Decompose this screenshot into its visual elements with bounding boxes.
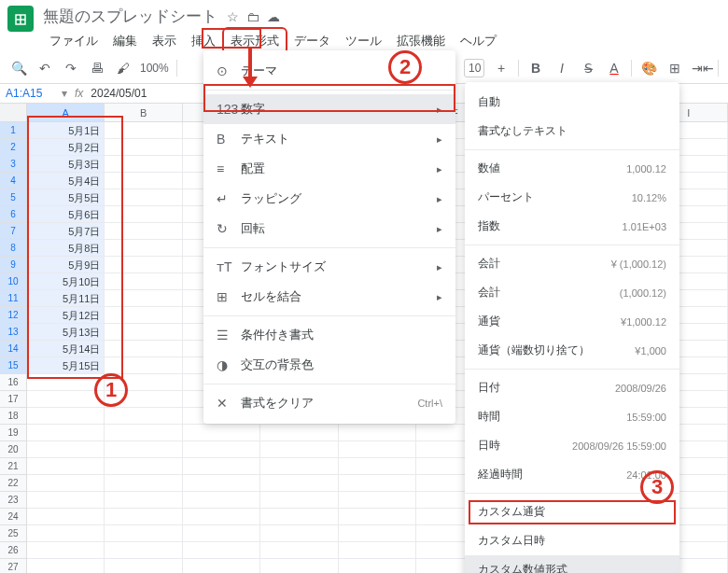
cell[interactable]	[27, 542, 105, 559]
format-menu-item-回転[interactable]: ↻回転▸	[203, 214, 455, 244]
text-color-icon[interactable]: A	[605, 61, 623, 76]
row-header[interactable]: 2	[0, 139, 26, 156]
cell[interactable]	[105, 307, 182, 324]
fontsize-input[interactable]: 10	[464, 59, 484, 77]
row-header[interactable]: 3	[0, 156, 26, 173]
name-box[interactable]: A1:A15	[6, 87, 62, 100]
row-header[interactable]: 22	[0, 475, 26, 492]
cloud-icon[interactable]: ☁	[267, 9, 280, 24]
format-menu-item-数字[interactable]: 123数字▸	[203, 94, 455, 124]
format-menu-item-フォントサイズ[interactable]: ᴛTフォントサイズ▸	[203, 252, 455, 282]
cell[interactable]	[260, 425, 338, 441]
cell[interactable]: 5月10日	[27, 273, 105, 290]
format-menu-item-テキスト[interactable]: Bテキスト▸	[203, 124, 455, 154]
cell[interactable]	[105, 559, 182, 573]
row-header[interactable]: 24	[0, 509, 26, 525]
cell[interactable]	[105, 206, 182, 223]
paint-format-icon[interactable]: 🖌	[114, 61, 133, 76]
number-menu-item-通貨（端数切り捨て）[interactable]: 通貨（端数切り捨て）¥1,000	[465, 336, 679, 365]
row-header[interactable]: 8	[0, 240, 26, 257]
row-header[interactable]: 19	[0, 425, 26, 441]
format-menu-item-書式をクリア[interactable]: ✕書式をクリアCtrl+\	[203, 388, 455, 418]
row-header[interactable]: 6	[0, 206, 26, 223]
cell[interactable]	[27, 374, 105, 391]
format-menu-item-テーマ[interactable]: ⊙テーマ	[203, 56, 455, 86]
cell[interactable]	[260, 492, 338, 509]
row-header[interactable]: 7	[0, 223, 26, 240]
row-header[interactable]: 20	[0, 441, 26, 458]
format-menu-item-交互の背景色[interactable]: ◑交互の背景色	[203, 350, 455, 380]
search-icon[interactable]: 🔍	[9, 61, 28, 76]
cell[interactable]	[260, 559, 338, 573]
cell[interactable]: 5月3日	[27, 156, 105, 173]
number-menu-item-時間[interactable]: 時間15:59:00	[465, 402, 679, 431]
cell[interactable]: 5月15日	[27, 357, 105, 374]
row-header[interactable]: 17	[0, 391, 26, 408]
cell[interactable]: 5月12日	[27, 307, 105, 324]
row-header[interactable]: 25	[0, 525, 26, 542]
cell[interactable]	[260, 525, 338, 542]
cell[interactable]	[105, 542, 182, 559]
number-menu-item-日付[interactable]: 日付2008/09/26	[465, 373, 679, 402]
cell[interactable]	[27, 559, 105, 573]
row-header[interactable]: 27	[0, 559, 26, 573]
cell[interactable]	[105, 324, 182, 341]
cell[interactable]	[339, 509, 416, 525]
number-menu-item-経過時間[interactable]: 経過時間24:01:00	[465, 460, 679, 489]
col-header[interactable]: B	[105, 104, 182, 121]
cell[interactable]	[27, 458, 105, 475]
cell[interactable]	[105, 425, 182, 441]
cell[interactable]: 5月13日	[27, 324, 105, 341]
select-all-corner[interactable]	[0, 104, 26, 122]
cell[interactable]	[339, 458, 416, 475]
cell[interactable]	[183, 492, 260, 509]
cell[interactable]	[183, 475, 260, 492]
cell[interactable]	[260, 509, 338, 525]
number-menu-item-通貨[interactable]: 通貨¥1,000.12	[465, 307, 679, 336]
cell[interactable]	[105, 374, 182, 391]
cell[interactable]	[105, 122, 182, 139]
cell[interactable]: 5月5日	[27, 189, 105, 206]
cell[interactable]	[260, 458, 338, 475]
cell[interactable]: 5月1日	[27, 122, 105, 139]
cell[interactable]	[105, 475, 182, 492]
cell[interactable]	[27, 425, 105, 441]
fill-color-icon[interactable]: 🎨	[639, 61, 658, 76]
cell[interactable]	[105, 509, 182, 525]
cell[interactable]	[339, 542, 416, 559]
cell[interactable]	[183, 559, 260, 573]
row-header[interactable]: 21	[0, 458, 26, 475]
cell[interactable]	[339, 475, 416, 492]
row-header[interactable]: 26	[0, 542, 26, 559]
cell[interactable]	[339, 559, 416, 573]
number-menu-item-指数[interactable]: 指数1.01E+03	[465, 212, 679, 241]
cell[interactable]: 5月14日	[27, 341, 105, 357]
number-menu-item-会計[interactable]: 会計¥ (1,000.12)	[465, 249, 679, 278]
cell[interactable]	[105, 223, 182, 240]
formula-bar[interactable]: 2024/05/01	[91, 87, 147, 100]
number-menu-item-会計[interactable]: 会計(1,000.12)	[465, 278, 679, 307]
italic-icon[interactable]: I	[553, 61, 571, 76]
row-header[interactable]: 4	[0, 173, 26, 189]
number-menu-item-日時[interactable]: 日時2008/09/26 15:59:00	[465, 431, 679, 460]
menu-ファイル[interactable]: ファイル	[43, 29, 105, 53]
row-header[interactable]: 5	[0, 189, 26, 206]
cell[interactable]: 5月11日	[27, 290, 105, 307]
row-header[interactable]: 1	[0, 122, 26, 139]
cell[interactable]	[105, 492, 182, 509]
cell[interactable]: 5月7日	[27, 223, 105, 240]
cell[interactable]	[27, 441, 105, 458]
cell[interactable]	[339, 441, 416, 458]
cell[interactable]	[183, 441, 260, 458]
cell[interactable]	[260, 475, 338, 492]
menu-編集[interactable]: 編集	[106, 29, 144, 53]
cell[interactable]	[183, 525, 260, 542]
number-menu-item-数値[interactable]: 数値1,000.12	[465, 154, 679, 183]
doc-title[interactable]: 無題のスプレッドシート	[43, 6, 217, 27]
undo-icon[interactable]: ↶	[35, 61, 54, 76]
cell[interactable]: 5月4日	[27, 173, 105, 189]
cell[interactable]	[105, 189, 182, 206]
cell[interactable]	[105, 156, 182, 173]
cell[interactable]	[105, 357, 182, 374]
cell[interactable]	[105, 290, 182, 307]
